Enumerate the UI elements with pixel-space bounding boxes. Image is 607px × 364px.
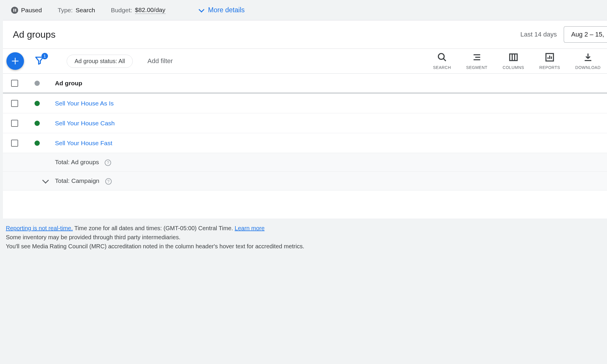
- expand-icon[interactable]: [42, 177, 49, 183]
- status-enabled-icon[interactable]: [35, 121, 40, 126]
- segment-icon: [472, 52, 482, 62]
- more-details-toggle[interactable]: More details: [199, 6, 245, 14]
- campaign-type-label: Type:: [58, 7, 73, 14]
- campaign-summary-bar: Paused Type: Search Budget: $82.00/day M…: [3, 0, 607, 20]
- date-range-picker[interactable]: Aug 2 – 15,: [564, 26, 607, 43]
- date-range-label: Last 14 days: [520, 31, 557, 38]
- reports-icon: [545, 52, 555, 62]
- download-action[interactable]: DOWNLOAD: [575, 52, 601, 70]
- toolbar: 1 Ad group status: All Add filter SEARCH…: [3, 49, 607, 74]
- adgroup-column-header[interactable]: Ad group: [55, 80, 604, 87]
- select-all-checkbox[interactable]: [11, 80, 18, 87]
- page-header: Ad groups Last 14 days Aug 2 – 15,: [3, 20, 607, 49]
- ad-groups-table: Ad group Sell Your House As Is Sell Your…: [3, 74, 607, 219]
- segment-action[interactable]: SEGMENT: [466, 52, 487, 70]
- table-row[interactable]: Sell Your House Fast: [3, 133, 607, 153]
- adgroup-link[interactable]: Sell Your House As Is: [55, 100, 604, 107]
- add-button[interactable]: [6, 52, 24, 70]
- status-column-icon[interactable]: [35, 81, 40, 86]
- mrc-note: You'll see Media Rating Council (MRC) ac…: [6, 242, 604, 251]
- filter-button[interactable]: 1: [35, 56, 44, 67]
- campaign-budget[interactable]: Budget: $82.00/day: [111, 6, 165, 14]
- download-action-label: DOWNLOAD: [575, 65, 601, 70]
- columns-action[interactable]: COLUMNS: [503, 52, 524, 70]
- add-filter-button[interactable]: Add filter: [147, 57, 173, 65]
- total-adgroups-label: Total: Ad groups: [55, 159, 99, 165]
- search-action-label: SEARCH: [433, 65, 451, 70]
- help-icon[interactable]: ?: [105, 178, 112, 185]
- columns-action-label: COLUMNS: [503, 65, 524, 70]
- reports-action-label: REPORTS: [539, 65, 560, 70]
- reporting-footnote: Reporting is not real-time. Time zone fo…: [3, 219, 607, 257]
- campaign-budget-label: Budget:: [111, 7, 132, 14]
- status-filter-chip[interactable]: Ad group status: All: [67, 55, 133, 68]
- search-icon: [437, 52, 447, 62]
- search-action[interactable]: SEARCH: [433, 52, 451, 70]
- campaign-type-value: Search: [76, 7, 95, 14]
- table-row[interactable]: Sell Your House As Is: [3, 93, 607, 113]
- total-adgroups-row: Total: Ad groups ?: [3, 153, 607, 172]
- inventory-note: Some inventory may be provided through t…: [6, 233, 604, 242]
- learn-more-link[interactable]: Learn more: [235, 225, 265, 231]
- segment-action-label: SEGMENT: [466, 65, 487, 70]
- pause-icon: [11, 7, 18, 14]
- table-header-row: Ad group: [3, 74, 607, 93]
- campaign-status-label: Paused: [21, 7, 42, 14]
- timezone-text: Time zone for all dates and times: (GMT-…: [73, 225, 235, 231]
- svg-rect-1: [510, 54, 517, 61]
- total-campaign-label: Total: Campaign: [55, 177, 99, 184]
- status-enabled-icon[interactable]: [35, 101, 40, 106]
- plus-icon: [11, 57, 20, 65]
- filter-count-badge: 1: [42, 53, 48, 59]
- reporting-realtime-link[interactable]: Reporting is not real-time.: [6, 225, 73, 231]
- adgroup-link[interactable]: Sell Your House Fast: [55, 140, 604, 147]
- campaign-type: Type: Search: [58, 7, 95, 14]
- page-title: Ad groups: [13, 29, 56, 40]
- help-icon[interactable]: ?: [105, 160, 111, 166]
- svg-point-0: [438, 53, 444, 59]
- reports-action[interactable]: REPORTS: [539, 52, 560, 70]
- row-checkbox[interactable]: [11, 140, 18, 147]
- download-icon: [583, 52, 593, 62]
- row-checkbox[interactable]: [11, 120, 18, 127]
- chevron-down-icon: [199, 6, 204, 12]
- adgroup-link[interactable]: Sell Your House Cash: [55, 120, 604, 127]
- table-row[interactable]: Sell Your House Cash: [3, 113, 607, 133]
- columns-icon: [508, 52, 518, 62]
- campaign-status[interactable]: Paused: [11, 7, 42, 14]
- more-details-label: More details: [208, 6, 245, 14]
- status-enabled-icon[interactable]: [35, 141, 40, 146]
- row-checkbox[interactable]: [11, 100, 18, 107]
- campaign-budget-value: $82.00/day: [135, 6, 165, 14]
- table-empty-space: [3, 190, 607, 219]
- total-campaign-row: Total: Campaign ?: [3, 172, 607, 190]
